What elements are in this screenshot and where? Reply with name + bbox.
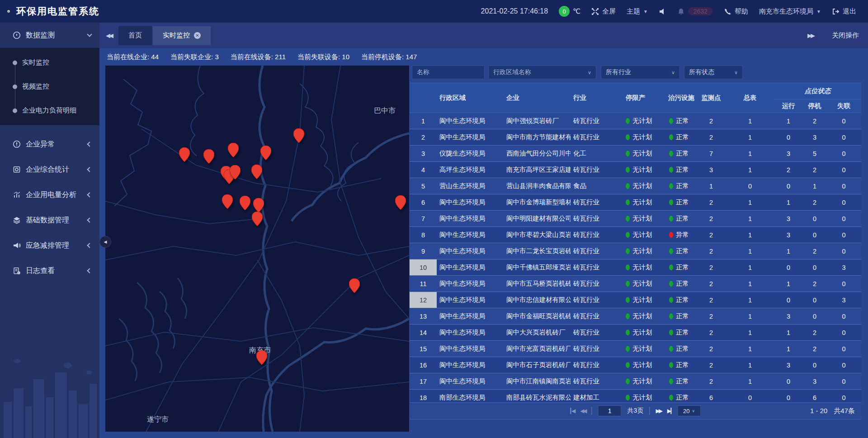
sidebar-group-electricity-analysis[interactable]: 企业用电量分析: [0, 182, 99, 207]
sidebar-group-enterprise-stats[interactable]: 企业综合统计: [0, 157, 99, 182]
map-pin-icon[interactable]: [240, 196, 250, 210]
industry-select[interactable]: 所有行业 ∨: [601, 66, 680, 79]
table-row[interactable]: 12阆中生态环境局阆中市忠信建材有限公砖瓦行业无计划正常21003: [410, 292, 861, 308]
table-row[interactable]: 8阆中生态环境局阆中市枣碧大梁山页岩砖瓦行业无计划异常21300: [410, 227, 861, 243]
map-pin-icon[interactable]: [230, 165, 241, 179]
cell-monitor-points: 2: [696, 341, 726, 357]
sidebar-group-log-view[interactable]: 日志查看: [0, 258, 99, 283]
mute-speaker-icon[interactable]: [659, 8, 666, 15]
sidebar-group-data-monitoring[interactable]: 数据监测: [0, 23, 99, 48]
map-panel[interactable]: 巴中市南充市遂宁市: [105, 66, 409, 432]
table-row[interactable]: 4高坪生态环境局南充市高坪区王家店建砖瓦行业无计划正常31220: [410, 162, 861, 178]
map-pin-icon[interactable]: [293, 128, 304, 143]
range-label: 1 - 20: [810, 407, 827, 415]
prev-page-icon[interactable]: ◀◀: [580, 408, 585, 414]
status-dot-icon: [626, 378, 630, 384]
sidebar-item-video-monitor[interactable]: 视频监控: [0, 75, 99, 99]
map-pin-icon[interactable]: [222, 194, 233, 209]
table-row[interactable]: 6阆中生态环境局阆中市金博瑞新型墙材砖瓦行业无计划正常21120: [410, 194, 861, 211]
map-pin-icon[interactable]: [395, 195, 406, 210]
status-dot-icon: [626, 151, 630, 156]
table-row[interactable]: 10阆中生态环境局阆中千佛镇五郎垭页岩砖瓦行业无计划正常21003: [410, 259, 861, 276]
table-row[interactable]: 15阆中生态环境局阆中市光富页岩机砖厂砖瓦行业无计划正常21120: [410, 341, 861, 357]
sidebar-item-power-load-detail[interactable]: 企业电力负荷明细: [0, 99, 99, 122]
theme-label: 主题: [627, 7, 640, 16]
logout-button[interactable]: 退出: [832, 7, 856, 16]
table-row[interactable]: 16阆中生态环境局阆中市石子页岩机砖厂砖瓦行业无计划正常21300: [410, 357, 861, 373]
cell-total-meter: 1: [726, 243, 774, 259]
col-company[interactable]: 企业: [504, 83, 571, 113]
tab-realtime-monitor[interactable]: 实时监控 ✕: [153, 26, 211, 45]
stats-window-icon: [13, 165, 21, 174]
table-row[interactable]: 11阆中生态环境局阆中市五马桥页岩机砖砖瓦行业无计划正常21120: [410, 276, 861, 292]
sidebar-item-realtime-monitor[interactable]: 实时监控: [0, 51, 99, 75]
map-pin-icon[interactable]: [228, 143, 239, 157]
map-pin-icon[interactable]: [349, 278, 360, 293]
fullscreen-button[interactable]: 全屏: [591, 7, 616, 16]
col-industry[interactable]: 行业: [571, 83, 623, 113]
cell-pollution-facility: 正常: [666, 373, 696, 390]
col-monitor-points[interactable]: 监测点: [696, 83, 726, 113]
cell-region: 阆中生态环境局: [437, 292, 504, 308]
close-operations-button[interactable]: 关闭操作: [832, 31, 859, 40]
table-row[interactable]: 7阆中生态环境局阆中明阳建材有限公司砖瓦行业无计划正常21300: [410, 211, 861, 227]
next-page-icon[interactable]: ▶▶: [656, 408, 661, 414]
brand: 环保用电监管系统: [0, 4, 99, 19]
first-page-icon[interactable]: ◀: [570, 408, 574, 414]
map-pin-icon[interactable]: [203, 149, 214, 164]
col-pollution-facility[interactable]: 治污设施: [666, 83, 696, 113]
table-row[interactable]: 17阆中生态环境局阆中市江南镇阆南页岩砖瓦行业无计划正常21030: [410, 373, 861, 390]
tabs-scroll-left-icon[interactable]: ◀◀: [99, 32, 118, 39]
table-row[interactable]: 2阆中生态环境局阆中市南方节能建材有砖瓦行业无计划正常21030: [410, 129, 861, 146]
tab-home[interactable]: 首页: [118, 26, 152, 45]
col-stop-limit[interactable]: 停限产: [623, 83, 666, 113]
record-range: 1 - 20 共47条: [810, 407, 861, 415]
sidebar-group-enterprise-abnormal[interactable]: 企业异常: [0, 132, 99, 157]
table-row[interactable]: 3仪陇生态环境局西南油气田分公司川中化工无计划正常71350: [410, 146, 861, 162]
map-pin-icon[interactable]: [256, 350, 267, 365]
panel-collapse-toggle[interactable]: ◀: [99, 236, 111, 248]
table-row[interactable]: 14阆中生态环境局阆中大兴页岩机砖厂砖瓦行业无计划正常21120: [410, 325, 861, 341]
cell-pollution-facility: 正常: [666, 194, 696, 211]
status-select[interactable]: 所有状态 ∨: [684, 66, 743, 79]
col-group-point-status: 点位状态: [774, 83, 861, 99]
col-running[interactable]: 运行: [774, 99, 803, 113]
sidebar-group-emergency-reduction[interactable]: 应急减排管理: [0, 233, 99, 258]
page-size-select[interactable]: 20 ∨: [677, 405, 701, 416]
col-disconnected[interactable]: 失联: [826, 99, 861, 113]
map-pin-icon[interactable]: [179, 147, 190, 162]
header-toolbar: 2021-02-25 17:46:18 0 ℃ 全屏 主题 ▼: [481, 6, 868, 17]
table-row[interactable]: 1阆中生态环境局阆中强锐页岩砖厂砖瓦行业无计划正常21120: [410, 113, 861, 129]
page-number-input[interactable]: 1: [598, 405, 622, 416]
map-pin-icon[interactable]: [253, 198, 264, 212]
cell-company: 阆中市金福旺页岩机砖: [504, 308, 571, 325]
name-search-input[interactable]: 名称: [412, 66, 485, 79]
map-pin-icon[interactable]: [260, 146, 271, 160]
col-total-meter[interactable]: 总表: [726, 83, 774, 113]
table-row[interactable]: 5营山生态环境局营山县润丰肉食品有限食品无计划正常10010: [410, 178, 861, 194]
region-select[interactable]: 行政区域名称 ∨: [488, 66, 596, 79]
theme-dropdown[interactable]: 主题 ▼: [627, 7, 648, 16]
cell-region: 营山生态环境局: [437, 178, 504, 194]
cell-running: 0: [774, 259, 803, 276]
tab-close-icon[interactable]: ✕: [194, 32, 201, 39]
chevron-down-icon: ▼: [643, 9, 648, 14]
map-pin-icon[interactable]: [251, 165, 262, 179]
status-dot-icon: [669, 378, 673, 384]
map-pin-icon[interactable]: [252, 212, 263, 226]
tabs-scroll-right-icon[interactable]: ▶▶: [801, 32, 820, 39]
notifications[interactable]: 2632: [677, 7, 713, 15]
sidebar-group-basic-data[interactable]: 基础数据管理: [0, 207, 99, 233]
help-button[interactable]: 帮助: [724, 7, 748, 16]
last-page-icon[interactable]: ▶: [667, 408, 671, 414]
user-dropdown[interactable]: 南充市生态环境局 ▼: [759, 7, 821, 16]
table-row[interactable]: 9阆中生态环境局阆中市二龙长宝页岩砖砖瓦行业无计划正常21120: [410, 243, 861, 259]
cell-company: 阆中市五马桥页岩机砖: [504, 276, 571, 292]
cell-stopped: 0: [803, 308, 826, 325]
col-region[interactable]: 行政区域: [437, 83, 504, 113]
enterprise-panel: 名称 行政区域名称 ∨ 所有行业 ∨ 所有状态 ∨: [410, 66, 861, 424]
cell-stopped: 0: [803, 259, 826, 276]
cell-industry: 砖瓦行业: [571, 373, 623, 390]
col-stopped[interactable]: 停机: [803, 99, 826, 113]
table-row[interactable]: 13阆中生态环境局阆中市金福旺页岩机砖砖瓦行业无计划正常21300: [410, 308, 861, 325]
